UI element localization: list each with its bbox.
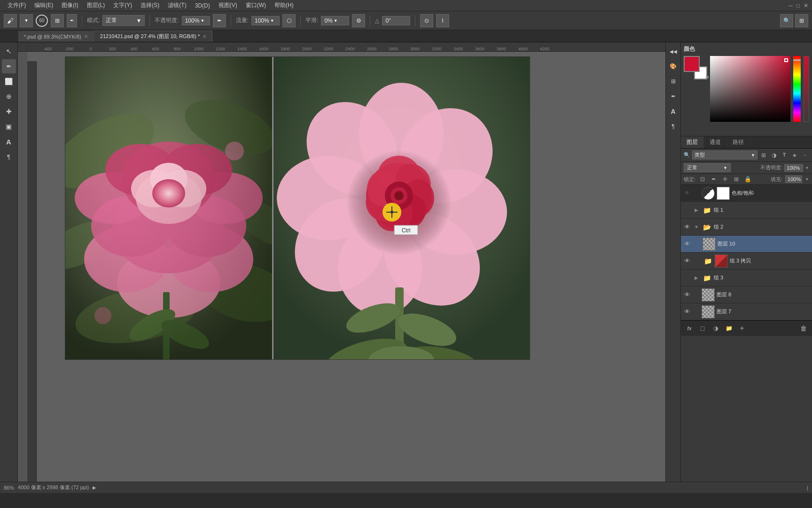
search-btn[interactable]: 🔍 (780, 14, 793, 27)
opacity-input[interactable]: 100% ▼ (182, 16, 210, 25)
color-sub-tool[interactable]: 🎨 (666, 59, 680, 73)
text-tool[interactable]: A (2, 135, 16, 149)
swap-colors-btn[interactable]: ⇄ (705, 75, 709, 79)
mode-dropdown[interactable]: 正常 ▼ (102, 15, 145, 26)
move-tool[interactable]: ↖ (2, 44, 16, 58)
layer-group3-vis[interactable] (683, 274, 691, 282)
layer-filter-shape-icon[interactable]: ◈ (790, 151, 799, 159)
tab-1-close[interactable]: ✕ (203, 34, 206, 39)
opacity-field-input[interactable]: 100% (784, 164, 803, 172)
foreground-color-swatch[interactable] (684, 56, 700, 72)
layer-filter-text-icon[interactable]: T (780, 151, 789, 159)
menu-file[interactable]: 文件(F) (4, 0, 30, 10)
menu-edit[interactable]: 编辑(E) (31, 0, 57, 10)
brush-preview[interactable]: 60 (36, 15, 48, 27)
menu-filter[interactable]: 滤镜(T) (164, 0, 190, 10)
canvas-area[interactable]: -400 -200 0 200 400 600 800 1000 1200 14… (18, 42, 665, 482)
layer-group3-copy-vis[interactable]: 👁 (683, 257, 691, 265)
layer-group1-vis[interactable] (683, 206, 691, 214)
layer-mask-btn[interactable]: □ (697, 323, 708, 334)
menu-window[interactable]: 窗口(W) (242, 0, 270, 10)
flow-input[interactable]: 100% ▼ (251, 16, 280, 25)
menu-help[interactable]: 帮助(H) (271, 0, 297, 10)
layer-group-btn[interactable]: 📁 (723, 323, 734, 334)
color-gradient-picker[interactable] (710, 56, 790, 122)
eraser-tool[interactable]: ⬜ (2, 74, 16, 88)
paragraph-tool[interactable]: ¶ (2, 150, 16, 164)
menu-layer[interactable]: 图层(L) (83, 0, 109, 10)
lock-pixels-icon[interactable]: ⊡ (698, 175, 707, 183)
layer-filter-adj-icon[interactable]: ◑ (770, 151, 778, 159)
layer-10[interactable]: 👁 图层 10 (681, 236, 812, 253)
tab-1[interactable]: 21210421.psd @ 27.4% (图层 10, RGB/8) * ✕ (94, 31, 212, 42)
layer-fx-btn[interactable]: fx (684, 323, 695, 334)
layer-7-vis[interactable]: 👁 (683, 308, 691, 316)
minimize-btn[interactable]: ─ (789, 2, 793, 9)
layer-group1[interactable]: ▶ 📁 组 1 (681, 202, 812, 219)
pressure-btn[interactable]: ⌇ (436, 14, 449, 27)
layer-filter-toggle[interactable]: ● (801, 151, 809, 159)
collapse-icon[interactable]: ◀◀ (666, 44, 680, 58)
layer-group2-vis[interactable]: 👁 (683, 223, 691, 231)
tab-0-close[interactable]: ✕ (84, 34, 88, 39)
layer-vis-icon[interactable]: 👁 (683, 189, 691, 198)
layer-7[interactable]: 👁 图层 7 (681, 303, 812, 320)
tab-0[interactable]: *.psd @ 89.3%(CMYK/8) ✕ (18, 31, 94, 42)
close-btn[interactable]: ✕ (804, 2, 808, 9)
layer-adjust-btn[interactable]: ◑ (710, 323, 721, 334)
symmetry-btn[interactable]: ⊙ (420, 14, 433, 27)
extra-btn[interactable]: ⊞ (795, 14, 808, 27)
angle-input[interactable]: 0° (382, 16, 410, 25)
lock-all-icon[interactable]: 🔒 (743, 175, 752, 183)
layer-delete-btn[interactable]: 🗑 (798, 323, 809, 334)
layer-group2-expand[interactable]: ▼ (693, 224, 700, 230)
para-sub-tool[interactable]: ¶ (666, 119, 680, 134)
tab-layers[interactable]: 图层 (681, 136, 704, 148)
layer-8-vis[interactable]: 👁 (683, 291, 691, 299)
smooth-input[interactable]: 0% ▼ (321, 16, 349, 25)
lock-artboard-icon[interactable]: ✛ (721, 175, 729, 183)
canvas-image[interactable]: Ctrl (65, 56, 530, 360)
flow-airbrush-btn[interactable]: ⬡ (282, 14, 296, 27)
heal-tool[interactable]: ✚ (2, 104, 16, 119)
text-sub-tool[interactable]: A (666, 104, 680, 119)
lock-position-icon[interactable]: ✒ (710, 175, 718, 183)
lock-resize-icon[interactable]: ⊞ (732, 175, 741, 183)
menu-3d[interactable]: 3D(D) (191, 1, 214, 10)
layer-filter-pixel-icon[interactable]: ⊞ (759, 151, 768, 159)
layer-group3-expand[interactable]: ▶ (693, 275, 700, 281)
canvas-content[interactable]: Ctrl (27, 52, 665, 482)
brush-tool-icon[interactable]: 🖌 (4, 14, 17, 27)
menu-view[interactable]: 视图(V) (215, 0, 241, 10)
fill-input[interactable]: 100% (785, 175, 802, 183)
stamp-tool[interactable]: ⊕ (2, 89, 16, 103)
layer-group2[interactable]: 👁 ▼ 📂 组 2 (681, 219, 812, 236)
layer-group1-expand[interactable]: ▶ (693, 207, 700, 214)
layer-new-btn[interactable]: + (736, 323, 748, 334)
menu-text[interactable]: 文字(Y) (109, 0, 136, 10)
menu-select[interactable]: 选择(S) (137, 0, 163, 10)
tab-paths[interactable]: 路径 (727, 136, 750, 148)
layer-8[interactable]: 👁 图层 8 (681, 286, 812, 303)
brush-options-btn2[interactable]: ⊞ (51, 14, 64, 27)
blend-mode-dropdown[interactable]: 正常 ▼ (684, 163, 731, 172)
smooth-settings-btn[interactable]: ⚙ (352, 14, 365, 27)
maximize-btn[interactable]: □ (796, 2, 800, 9)
layer-10-vis[interactable]: 👁 (683, 240, 691, 248)
layer-group3-copy[interactable]: 👁 📁 组 3 拷贝 (681, 253, 812, 270)
tab-channels[interactable]: 通道 (704, 136, 727, 148)
paint-sub-tool[interactable]: ✒ (666, 89, 680, 103)
layer-type-dropdown[interactable]: 类型 ▼ (692, 151, 757, 159)
right-illustration[interactable]: Ctrl (272, 57, 530, 360)
alpha-slider[interactable] (804, 56, 809, 122)
brush-mode-btn[interactable]: ✒ (67, 14, 77, 27)
opacity-pen-btn[interactable]: ✒ (213, 14, 226, 27)
menu-image[interactable]: 图像(I) (58, 0, 82, 10)
color-hue-slider[interactable] (793, 56, 801, 122)
layer-color-adj[interactable]: 👁 色相/饱和 (681, 185, 812, 202)
gradient-tool[interactable]: ▣ (2, 119, 16, 134)
adjust-sub-tool[interactable]: ⊞ (666, 74, 680, 88)
layer-group3[interactable]: ▶ 📁 组 3 (681, 270, 812, 286)
brush-options-btn[interactable]: ▼ (20, 14, 33, 27)
brush-tool[interactable]: ✒ (2, 59, 16, 73)
